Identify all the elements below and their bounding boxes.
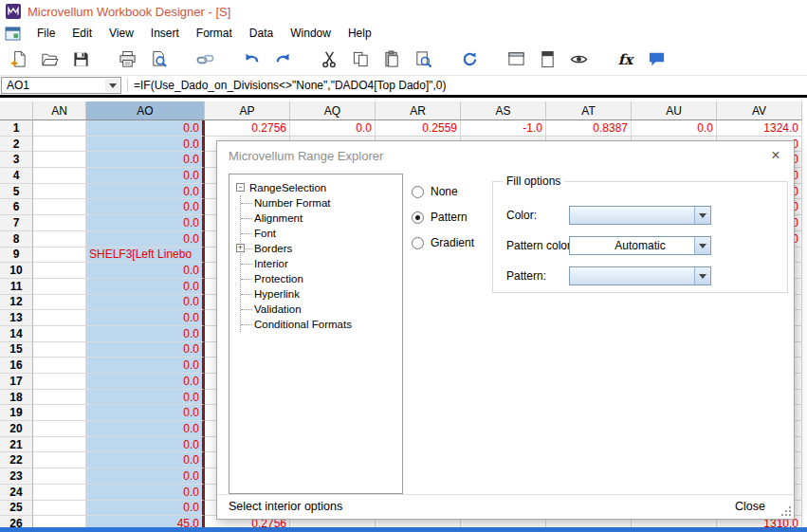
- tree-item-font[interactable]: Font: [241, 226, 402, 241]
- cell-AO11[interactable]: 0.0: [86, 279, 205, 295]
- cell-AN7[interactable]: [33, 215, 86, 231]
- menu-data[interactable]: Data: [241, 27, 282, 40]
- row-header-5[interactable]: 5: [0, 184, 33, 200]
- cell-AN14[interactable]: [33, 326, 86, 342]
- cell-AQ1[interactable]: 0.0: [290, 120, 376, 137]
- cell-AO12[interactable]: 0.0: [86, 295, 205, 311]
- cell-AN11[interactable]: [33, 279, 86, 295]
- cell-AO7[interactable]: 0.0: [86, 215, 205, 231]
- refresh-button[interactable]: [459, 48, 481, 70]
- cell-AN22[interactable]: [33, 452, 86, 468]
- cell-AO15[interactable]: 0.0: [86, 342, 205, 358]
- dropdown-button[interactable]: [694, 207, 710, 224]
- open-button[interactable]: [39, 48, 61, 70]
- print-area-button[interactable]: [537, 48, 559, 70]
- redo-button[interactable]: [272, 48, 294, 70]
- menu-insert[interactable]: Insert: [142, 27, 188, 40]
- tree-item-hyperlink[interactable]: Hyperlink: [241, 286, 402, 302]
- cell-AO14[interactable]: 0.0: [86, 326, 205, 342]
- link-button[interactable]: [194, 48, 216, 70]
- row-header-7[interactable]: 7: [0, 215, 33, 231]
- cell-AN19[interactable]: [33, 405, 86, 421]
- cell-AO19[interactable]: 0.0: [86, 405, 205, 421]
- radio-pattern[interactable]: Pattern: [412, 209, 474, 226]
- column-header-an[interactable]: AN: [33, 101, 86, 120]
- column-header-as[interactable]: AS: [461, 101, 546, 120]
- cell-AN15[interactable]: [33, 342, 86, 358]
- cell-AN18[interactable]: [33, 390, 86, 406]
- row-header-20[interactable]: 20: [0, 421, 33, 437]
- cell-AR1[interactable]: 0.2559: [376, 120, 461, 137]
- cell-AO20[interactable]: 0.0: [86, 421, 205, 437]
- cell-AN23[interactable]: [33, 468, 86, 485]
- tree-item-interior[interactable]: Interior: [241, 256, 402, 271]
- cell-AS1[interactable]: -1.0: [461, 120, 546, 137]
- cell-AO3[interactable]: 0.0: [86, 152, 205, 168]
- row-header-23[interactable]: 23: [0, 468, 33, 485]
- radio-gradient[interactable]: Gradient: [412, 234, 474, 251]
- cell-AO9[interactable]: SHELF3[Left Linebo: [86, 248, 205, 264]
- tree-item-number-format[interactable]: Number Format: [241, 195, 402, 211]
- name-box-dropdown[interactable]: [105, 79, 119, 92]
- cell-AN20[interactable]: [33, 421, 86, 437]
- window-button[interactable]: [505, 48, 527, 70]
- row-header-21[interactable]: 21: [0, 437, 33, 453]
- cell-AU1[interactable]: 0.0: [632, 120, 717, 137]
- cell-AN9[interactable]: [33, 248, 86, 264]
- select-all-corner[interactable]: [0, 101, 33, 120]
- row-header-2[interactable]: 2: [0, 137, 33, 153]
- expand-icon[interactable]: +: [236, 244, 245, 252]
- cell-AO16[interactable]: 0.0: [86, 358, 205, 374]
- row-header-17[interactable]: 17: [0, 374, 33, 390]
- menu-window[interactable]: Window: [282, 27, 339, 40]
- row-header-12[interactable]: 12: [0, 295, 33, 311]
- name-box[interactable]: AO1: [1, 77, 121, 94]
- resize-grip[interactable]: [780, 505, 792, 517]
- row-header-11[interactable]: 11: [0, 279, 33, 295]
- row-header-15[interactable]: 15: [0, 342, 33, 358]
- cell-AO1[interactable]: 0.0: [86, 120, 205, 137]
- row-header-9[interactable]: 9: [0, 248, 33, 264]
- close-button[interactable]: Close: [735, 500, 765, 513]
- cell-AV1[interactable]: 1324.0: [717, 120, 802, 137]
- tree-item-alignment[interactable]: Alignment: [241, 211, 402, 226]
- cell-AN10[interactable]: [33, 263, 86, 279]
- formula-button[interactable]: fx: [614, 48, 636, 70]
- cell-AO8[interactable]: 0.0: [86, 231, 205, 248]
- cell-AN17[interactable]: [33, 374, 86, 390]
- cell-AT1[interactable]: 0.8387: [546, 120, 632, 137]
- paste-button[interactable]: [381, 48, 403, 70]
- print-button[interactable]: [117, 48, 138, 70]
- menu-view[interactable]: View: [101, 27, 142, 40]
- column-header-au[interactable]: AU: [632, 101, 717, 120]
- print-preview-button[interactable]: [148, 48, 170, 70]
- cell-AO4[interactable]: 0.0: [86, 168, 205, 184]
- visibility-button[interactable]: [568, 48, 590, 70]
- cell-AO25[interactable]: 0.0: [86, 501, 205, 517]
- tree-item-validation[interactable]: Validation: [241, 302, 402, 317]
- cell-AO13[interactable]: 0.0: [86, 310, 205, 326]
- row-header-13[interactable]: 13: [0, 310, 33, 326]
- cell-AN25[interactable]: [33, 501, 86, 517]
- cell-AO23[interactable]: 0.0: [86, 468, 205, 485]
- collapse-icon[interactable]: -: [236, 183, 245, 192]
- cell-AN2[interactable]: [33, 137, 86, 153]
- cell-AN3[interactable]: [33, 152, 86, 168]
- column-header-ap[interactable]: AP: [205, 101, 290, 120]
- cell-AN24[interactable]: [33, 485, 86, 501]
- menu-edit[interactable]: Edit: [64, 27, 101, 40]
- color-dropdown[interactable]: [569, 206, 711, 225]
- column-header-ar[interactable]: AR: [376, 101, 461, 120]
- row-header-1[interactable]: 1: [0, 120, 33, 137]
- cell-AO6[interactable]: 0.0: [86, 199, 205, 215]
- column-header-av[interactable]: AV: [717, 101, 802, 120]
- comment-button[interactable]: [646, 48, 668, 70]
- column-header-at[interactable]: AT: [546, 101, 632, 120]
- column-header-aq[interactable]: AQ: [290, 101, 376, 120]
- cell-AO10[interactable]: 0.0: [86, 263, 205, 279]
- radio-none[interactable]: None: [412, 183, 474, 200]
- row-header-25[interactable]: 25: [0, 501, 33, 517]
- cell-AO17[interactable]: 0.0: [86, 374, 205, 390]
- new-button[interactable]: [8, 48, 29, 70]
- save-button[interactable]: [70, 48, 92, 70]
